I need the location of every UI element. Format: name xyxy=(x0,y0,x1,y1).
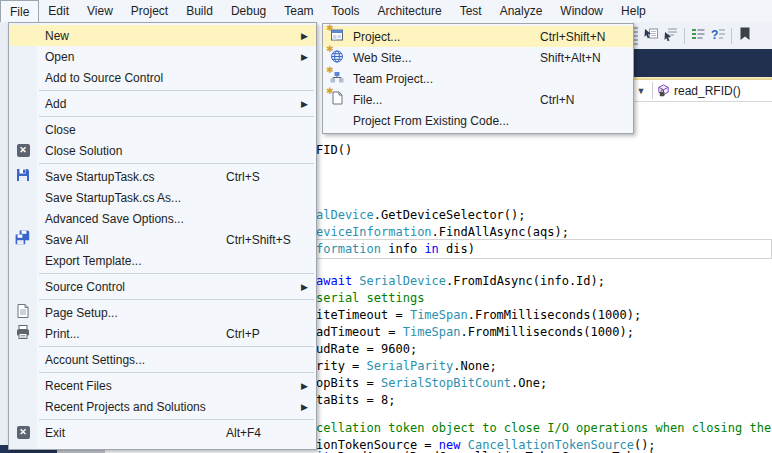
menu-item-label: Add xyxy=(45,97,66,111)
chevron-down-icon[interactable]: ▼ xyxy=(632,86,650,96)
menu-bar: FileEditViewProjectBuildDebugTeamToolsAr… xyxy=(0,0,772,22)
close-solution-icon: ✕ xyxy=(17,144,30,157)
menubar-item-team[interactable]: Team xyxy=(275,0,322,22)
bookmark-icon xyxy=(737,26,753,45)
quick-info-icon[interactable]: ? xyxy=(708,26,728,46)
editor-navigation-bar: ▼ read_RFID() xyxy=(632,80,772,102)
print-icon xyxy=(15,324,31,343)
new-submenu-item-team-project[interactable]: ✱Team Project... xyxy=(323,68,633,89)
new-star-glyph: ✱ xyxy=(326,86,334,96)
member-list-icon[interactable] xyxy=(641,26,661,46)
code-line: opBits = SerialStopBitCount.One; xyxy=(316,375,547,392)
code-line: taBits = 8; xyxy=(316,392,395,409)
file-menu-item-add-to-source-control[interactable]: Add to Source Control xyxy=(9,67,316,88)
menubar-item-help[interactable]: Help xyxy=(612,0,655,22)
menu-item-label: Web Site... xyxy=(353,51,411,65)
menu-item-label: Save StartupTask.cs xyxy=(45,170,154,184)
ide-left-edge xyxy=(0,22,8,445)
new-star-glyph: ✱ xyxy=(326,65,334,75)
menubar-item-test[interactable]: Test xyxy=(451,0,491,22)
submenu-arrow-icon: ▶ xyxy=(301,381,308,391)
parameter-info-icon[interactable] xyxy=(661,26,681,46)
code-line: iteTimeout = TimeSpan.FromMilliseconds(1… xyxy=(316,307,641,324)
file-menu-item-recent-projects-and-solutions[interactable]: Recent Projects and Solutions▶ xyxy=(9,396,316,417)
menubar-item-architecture[interactable]: Architecture xyxy=(369,0,451,22)
text-editor-toolbar: ? xyxy=(632,22,772,49)
file-menu-item-exit[interactable]: ✕ExitAlt+F4 xyxy=(9,422,316,443)
file-menu-item-open[interactable]: Open▶ xyxy=(9,46,316,67)
menu-item-shortcut: Shift+Alt+N xyxy=(540,51,601,65)
menu-item-shortcut: Ctrl+Shift+S xyxy=(226,233,291,247)
menu-item-label: Close xyxy=(45,123,76,137)
code-line: alDevice.GetDeviceSelector(); xyxy=(316,207,526,224)
menubar-item-analyze[interactable]: Analyze xyxy=(491,0,552,22)
menu-item-label: Source Control xyxy=(45,280,125,294)
menubar-item-tools[interactable]: Tools xyxy=(323,0,369,22)
code-line: rity = SerialParity.None; xyxy=(316,358,497,375)
exit-icon: ✕ xyxy=(17,426,30,439)
menu-item-label: Add to Source Control xyxy=(45,71,163,85)
comment-lines-icon[interactable] xyxy=(688,26,708,46)
menubar-item-debug[interactable]: Debug xyxy=(222,0,275,22)
submenu-arrow-icon: ▶ xyxy=(301,282,308,292)
menu-item-shortcut: Ctrl+S xyxy=(226,170,260,184)
menubar-item-project[interactable]: Project xyxy=(122,0,177,22)
file-menu-item-print[interactable]: Print...Ctrl+P xyxy=(9,323,316,344)
menubar-item-window[interactable]: Window xyxy=(551,0,612,22)
menubar-item-build[interactable]: Build xyxy=(177,0,222,22)
menu-item-label: Page Setup... xyxy=(45,306,118,320)
menu-item-shortcut: Ctrl+P xyxy=(226,327,260,341)
menu-separator xyxy=(39,273,314,274)
menu-separator xyxy=(39,346,314,347)
toolbar-grip[interactable] xyxy=(634,27,638,45)
save-all-icon xyxy=(15,230,31,249)
menubar-item-file[interactable]: File xyxy=(0,0,39,22)
file-menu-item-account-settings[interactable]: Account Settings... xyxy=(9,349,316,370)
menu-separator xyxy=(39,372,314,373)
new-submenu-item-file[interactable]: ✱File...Ctrl+N xyxy=(323,89,633,110)
code-line: it ReadAsync(ReadCancellationTokenSource… xyxy=(316,449,663,453)
menu-item-shortcut: Ctrl+N xyxy=(540,93,574,107)
file-menu-item-new[interactable]: New▶ xyxy=(9,25,316,46)
bookmark-icon[interactable] xyxy=(735,26,755,46)
code-line: udRate = 9600; xyxy=(316,341,417,358)
menu-item-label: Print... xyxy=(45,327,80,341)
file-menu-item-recent-files[interactable]: Recent Files▶ xyxy=(9,375,316,396)
quick-info-icon: ? xyxy=(710,26,726,45)
menu-separator xyxy=(39,90,314,91)
new-submenu-item-project[interactable]: ✱Project...Ctrl+Shift+N xyxy=(323,26,633,47)
code-line: serial settings xyxy=(316,290,424,307)
menu-separator xyxy=(39,116,314,117)
private-method-icon xyxy=(656,83,671,98)
new-submenu-item-web-site[interactable]: ✱Web Site...Shift+Alt+N xyxy=(323,47,633,68)
file-menu-item-source-control[interactable]: Source Control▶ xyxy=(9,276,316,297)
file-menu-item-save-startuptask-cs[interactable]: Save StartupTask.csCtrl+S xyxy=(9,166,316,187)
file-menu: New▶Open▶Add to Source ControlAdd▶Close✕… xyxy=(8,22,317,450)
file-menu-item-save-all[interactable]: Save AllCtrl+Shift+S xyxy=(9,229,316,250)
menubar-item-edit[interactable]: Edit xyxy=(39,0,78,22)
file-menu-item-advanced-save-options[interactable]: Advanced Save Options... xyxy=(9,208,316,229)
code-line: FID() xyxy=(316,142,352,159)
code-line: await SerialDevice.FromIdAsync(info.Id); xyxy=(316,273,605,290)
file-menu-item-page-setup[interactable]: Page Setup... xyxy=(9,302,316,323)
file-menu-item-close[interactable]: Close xyxy=(9,119,316,140)
file-menu-item-add[interactable]: Add▶ xyxy=(9,93,316,114)
new-submenu-item-project-from-existing-code[interactable]: Project From Existing Code... xyxy=(323,110,633,131)
menu-item-label: Advanced Save Options... xyxy=(45,212,184,226)
file-menu-item-save-startuptask-cs-as[interactable]: Save StartupTask.cs As... xyxy=(9,187,316,208)
menu-item-label: Project... xyxy=(353,30,400,44)
file-menu-item-export-template[interactable]: Export Template... xyxy=(9,250,316,271)
menu-separator xyxy=(39,163,314,164)
submenu-arrow-icon: ▶ xyxy=(301,99,308,109)
menu-item-label: Save All xyxy=(45,233,88,247)
menu-item-shortcut: Ctrl+Shift+N xyxy=(540,30,605,44)
menubar-item-view[interactable]: View xyxy=(78,0,122,22)
submenu-arrow-icon: ▶ xyxy=(301,31,308,41)
method-dropdown[interactable]: read_RFID() xyxy=(674,84,741,98)
save-icon xyxy=(15,167,31,186)
new-star-glyph: ✱ xyxy=(326,23,334,33)
file-menu-item-close-solution[interactable]: ✕Close Solution xyxy=(9,140,316,161)
menu-item-label: Recent Files xyxy=(45,379,112,393)
menu-item-label: Open xyxy=(45,50,74,64)
member-list-icon xyxy=(643,26,659,45)
